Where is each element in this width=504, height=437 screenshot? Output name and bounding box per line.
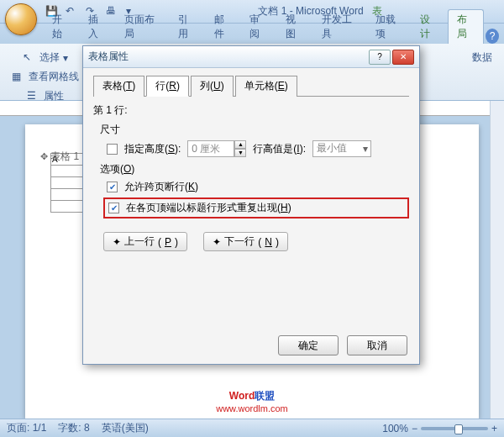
allow-break-checkbox[interactable]: ✔: [107, 182, 118, 192]
office-orb-button[interactable]: [5, 3, 37, 35]
table-cell[interactable]: [51, 201, 85, 213]
dialog-help-button[interactable]: ?: [369, 50, 391, 65]
grid-icon: ▦: [12, 71, 25, 84]
dialog-tabstrip: 表格(T) 行(R) 列(U) 单元格(E): [93, 75, 409, 97]
dialog-titlebar[interactable]: 表格属性 ? ✕: [83, 46, 419, 68]
dialog-close-button[interactable]: ✕: [392, 50, 414, 65]
tab-addins[interactable]: 加载项: [367, 10, 410, 44]
options-section-label: 选项(O): [100, 162, 409, 176]
height-input[interactable]: [187, 140, 234, 157]
select-button[interactable]: ↖选择 ▾: [21, 49, 70, 66]
dialog-tab-row[interactable]: 行(R): [146, 76, 189, 97]
zoom-out-icon[interactable]: −: [412, 423, 417, 434]
help-icon[interactable]: ?: [486, 29, 499, 44]
tab-developer[interactable]: 开发工具: [313, 10, 365, 44]
cancel-button[interactable]: 取消: [347, 335, 407, 355]
watermark: Word联盟 www.wordlm.com: [0, 387, 504, 413]
status-language[interactable]: 英语(美国): [102, 421, 149, 435]
cursor-icon: ↖: [23, 51, 36, 65]
dialog-title: 表格属性: [88, 50, 369, 64]
tab-view[interactable]: 视图: [277, 10, 312, 44]
allow-break-label: 允许跨页断行(K): [124, 180, 198, 194]
dialog-tab-table[interactable]: 表格(T): [93, 76, 144, 97]
tab-layout[interactable]: 布局: [448, 9, 484, 44]
table-cell[interactable]: [51, 189, 85, 201]
row-indicator: 第 1 行:: [93, 103, 409, 118]
ok-button[interactable]: 确定: [278, 335, 339, 355]
size-section-label: 尺寸: [100, 123, 409, 137]
specify-height-label: 指定高度(S):: [124, 142, 181, 156]
data-group[interactable]: 数据: [470, 49, 494, 66]
dialog-tab-cell[interactable]: 单元格(E): [235, 76, 297, 97]
spin-up-icon[interactable]: ▲: [234, 140, 246, 149]
tab-references[interactable]: 引用: [170, 10, 204, 44]
highlighted-option: ✔ 在各页顶端以标题行形式重复出现(H): [103, 197, 409, 218]
repeat-header-checkbox[interactable]: ✔: [108, 203, 119, 213]
zoom-level[interactable]: 100%: [382, 423, 408, 434]
specify-height-checkbox[interactable]: [107, 144, 118, 155]
table-cell[interactable]: [51, 177, 85, 189]
zoom-in-icon[interactable]: +: [491, 423, 497, 434]
status-page[interactable]: 页面: 1/1: [7, 421, 46, 435]
table-properties-dialog: 表格属性 ? ✕ 表格(T) 行(R) 列(U) 单元格(E) 第 1 行: 尺…: [82, 45, 420, 365]
tab-mailings[interactable]: 邮件: [206, 10, 240, 44]
repeat-header-label: 在各页顶端以标题行形式重复出现(H): [126, 201, 291, 215]
status-words[interactable]: 字数: 8: [58, 421, 89, 435]
tab-pagelayout[interactable]: 页面布局: [116, 10, 168, 44]
dialog-tab-column[interactable]: 列(U): [191, 76, 234, 97]
previous-row-button[interactable]: ✦ 上一行(P): [103, 232, 187, 251]
tab-home[interactable]: 开始: [44, 10, 78, 44]
status-bar: 页面: 1/1 字数: 8 英语(美国) 100% − +: [0, 419, 504, 437]
table-anchor-label: ✥ 表格 1: [40, 150, 79, 164]
table-cell[interactable]: [51, 166, 85, 177]
height-spinner[interactable]: ▲▼: [187, 140, 246, 157]
row-height-mode-select[interactable]: 最小值: [312, 140, 371, 157]
ribbon-tabstrip: 开始 插入 页面布局 引用 邮件 审阅 视图 开发工具 加载项 设计 布局 ?: [0, 24, 504, 44]
zoom-slider[interactable]: [421, 427, 488, 430]
tab-review[interactable]: 审阅: [241, 10, 276, 44]
view-gridlines-button[interactable]: ▦查看网格线: [10, 68, 81, 86]
spin-down-icon[interactable]: ▼: [234, 149, 246, 157]
tab-design[interactable]: 设计: [412, 10, 446, 44]
vertical-scrollbar[interactable]: [490, 101, 504, 419]
tab-insert[interactable]: 插入: [80, 10, 114, 44]
row-height-is-label: 行高值是(I):: [253, 142, 306, 156]
next-row-button[interactable]: ✦ 下一行(N): [203, 232, 288, 251]
